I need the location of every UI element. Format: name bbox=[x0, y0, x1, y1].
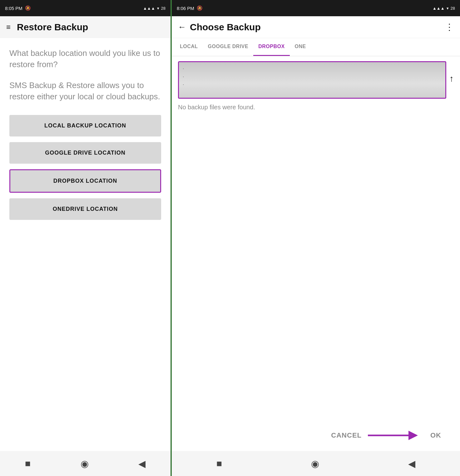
left-nav-stop-icon[interactable]: ■ bbox=[25, 458, 31, 469]
right-wifi-icon: ▾ bbox=[447, 6, 449, 11]
file-box-line2: · bbox=[183, 73, 442, 81]
right-signal-icon: ▲▲▲ bbox=[433, 6, 445, 11]
more-menu-button[interactable]: ⋮ bbox=[445, 22, 454, 32]
right-nav-back-icon[interactable]: ◀ bbox=[408, 458, 415, 469]
action-area: CANCEL OK bbox=[172, 420, 460, 451]
left-battery: 28 bbox=[161, 6, 166, 11]
right-mute-icon: 🔕 bbox=[197, 5, 203, 11]
right-top-bar-left: ← Choose Backup bbox=[178, 22, 261, 32]
back-button[interactable]: ← bbox=[178, 22, 186, 32]
left-time: 8:05 PM bbox=[5, 6, 22, 11]
left-status-bar-left: 8:05 PM 🔕 bbox=[5, 5, 31, 11]
left-top-bar: ≡ Restore Backup bbox=[0, 16, 171, 38]
onedrive-button[interactable]: ONEDRIVE LOCATION bbox=[9, 198, 161, 220]
left-description1: What backup location would you like us t… bbox=[9, 47, 161, 70]
left-bottom-nav: ■ ◉ ◀ bbox=[0, 451, 171, 476]
file-box-line1: · bbox=[183, 65, 442, 73]
left-mute-icon: 🔕 bbox=[25, 5, 31, 11]
left-status-bar: 8:05 PM 🔕 ▲▲▲ ▾ 28 bbox=[0, 0, 171, 16]
tab-dropbox[interactable]: DROPBOX bbox=[253, 38, 289, 56]
google-drive-button[interactable]: GOOGLE DRIVE LOCATION bbox=[9, 142, 161, 164]
right-nav-stop-icon[interactable]: ■ bbox=[216, 458, 222, 469]
right-top-bar: ← Choose Backup ⋮ bbox=[172, 16, 460, 38]
left-status-bar-right: ▲▲▲ ▾ 28 bbox=[143, 6, 166, 11]
left-signal-icon: ▲▲▲ bbox=[143, 6, 155, 11]
menu-icon[interactable]: ≡ bbox=[6, 23, 11, 32]
left-nav-home-icon[interactable]: ◉ bbox=[81, 458, 89, 469]
local-backup-button[interactable]: LOCAL BACKUP LOCATION bbox=[9, 115, 161, 136]
arrow-graphic bbox=[365, 426, 427, 445]
cancel-button[interactable]: CANCEL bbox=[331, 431, 362, 439]
upload-arrow-icon[interactable]: ↑ bbox=[449, 61, 454, 84]
right-nav-home-icon[interactable]: ◉ bbox=[311, 458, 319, 469]
left-content: What backup location would you like us t… bbox=[0, 38, 171, 249]
no-backup-message: No backup files were found. bbox=[172, 104, 460, 117]
right-bottom-nav: ■ ◉ ◀ bbox=[172, 451, 460, 476]
tab-google-drive[interactable]: GOOGLE DRIVE bbox=[203, 38, 254, 56]
right-status-bar-left: 8:06 PM 🔕 bbox=[177, 5, 203, 11]
file-box: · · · bbox=[178, 61, 446, 99]
dropbox-button[interactable]: DROPBOX LOCATION bbox=[9, 169, 161, 193]
tab-local[interactable]: LOCAL bbox=[175, 38, 203, 56]
left-wifi-icon: ▾ bbox=[157, 6, 159, 11]
right-panel: 8:06 PM 🔕 ▲▲▲ ▾ 28 ← Choose Backup ⋮ LOC… bbox=[172, 0, 460, 476]
file-area: · · · ↑ bbox=[172, 56, 460, 104]
left-page-title: Restore Backup bbox=[17, 22, 88, 32]
right-page-title: Choose Backup bbox=[190, 22, 261, 32]
right-status-bar-right: ▲▲▲ ▾ 28 bbox=[433, 6, 455, 11]
svg-marker-1 bbox=[408, 431, 418, 440]
right-status-bar: 8:06 PM 🔕 ▲▲▲ ▾ 28 bbox=[172, 0, 460, 16]
right-battery: 28 bbox=[451, 6, 455, 11]
tabs-row: LOCAL GOOGLE DRIVE DROPBOX ONE bbox=[172, 38, 460, 56]
left-nav-back-icon[interactable]: ◀ bbox=[138, 458, 146, 469]
tab-one[interactable]: ONE bbox=[290, 38, 311, 56]
left-description2: SMS Backup & Restore allows you to resto… bbox=[9, 80, 161, 102]
left-panel: 8:05 PM 🔕 ▲▲▲ ▾ 28 ≡ Restore Backup What… bbox=[0, 0, 172, 476]
right-time: 8:06 PM bbox=[177, 6, 194, 11]
ok-button[interactable]: OK bbox=[430, 431, 441, 439]
file-box-line3: · bbox=[183, 81, 442, 89]
